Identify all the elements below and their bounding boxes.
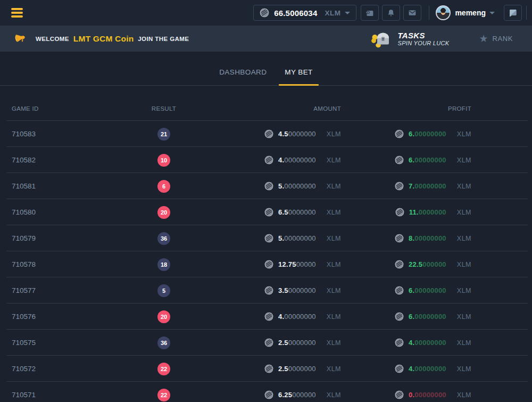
table-row: 710576 20 4.00000000 XLM 6.00000000 XLM [0, 303, 532, 330]
profit-strong: 6. [409, 286, 414, 294]
profit-value: 6.00000000 [409, 313, 446, 321]
profit-dim: 00000000 [414, 130, 446, 138]
welcome-message: WELCOME LMT GCM Coin JOIN THE GAME [36, 34, 189, 44]
amount-unit: XLM [327, 339, 341, 347]
coin-icon [264, 390, 273, 399]
messages-button[interactable] [403, 5, 421, 21]
profit-dim: 00000000 [414, 339, 446, 347]
my-bet-table: GAME ID RESULT AMOUNT PROFIT 710583 21 4… [0, 86, 532, 402]
amount-dim: 0000000 [288, 365, 316, 373]
profit-dim: 00000000 [414, 365, 446, 373]
topbar-separator [429, 6, 429, 20]
profit-unit: XLM [457, 130, 471, 138]
coin-icon [264, 312, 273, 321]
welcome-highlight: LMT GCM Coin [73, 34, 134, 44]
bet-table-body: 710583 21 4.50000000 XLM 6.00000000 XLM … [0, 121, 532, 402]
result-badge: 21 [157, 128, 170, 141]
amount-dim: 0000000 [288, 130, 316, 138]
coin-icon [264, 129, 273, 138]
amount-strong: 3.5 [278, 286, 288, 294]
avatar[interactable] [436, 5, 451, 20]
coin-icon [395, 260, 404, 269]
profit-value: 8.00000000 [409, 234, 446, 242]
table-row: 710580 20 6.50000000 XLM 11.0000000 XLM [0, 199, 532, 225]
amount-strong: 5. [278, 182, 284, 190]
rank-button[interactable]: ★ RANK [479, 34, 513, 44]
user-caret-down-icon[interactable] [489, 12, 495, 14]
amount-cell: 6.50000000 XLM [200, 208, 341, 217]
coin-icon [395, 234, 404, 243]
amount-dim: 00000000 [284, 313, 315, 321]
amount-strong: 6.5 [278, 208, 288, 216]
game-id: 710575 [0, 339, 128, 347]
amount-value: 4.00000000 [278, 156, 316, 164]
notifications-button[interactable] [382, 5, 400, 21]
amount-value: 6.25000000 [278, 391, 316, 399]
profit-value: 6.00000000 [409, 286, 446, 294]
profit-unit: XLM [457, 339, 471, 347]
coin-icon [395, 338, 404, 347]
game-id: 710576 [0, 313, 128, 321]
chat-button[interactable] [504, 5, 522, 21]
balance-selector[interactable]: 66.5006034 XLM [253, 5, 356, 21]
amount-unit: XLM [327, 313, 341, 321]
result-badge: 22 [157, 389, 170, 401]
amount-cell: 5.00000000 XLM [200, 234, 341, 243]
amount-value: 5.00000000 [278, 182, 316, 190]
topbar-edge-separator [526, 6, 527, 20]
profit-unit: XLM [457, 365, 471, 373]
rank-label: RANK [492, 35, 513, 43]
coin-icon [264, 234, 273, 243]
profit-dim: 00000000 [414, 391, 446, 399]
amount-dim: 00000000 [284, 156, 315, 164]
profit-dim: 00000000 [414, 156, 446, 164]
table-row: 710578 18 12.7500000 XLM 22.5000000 XLM [0, 251, 532, 277]
profit-cell: 6.00000000 XLM [341, 312, 471, 321]
profit-dim: 00000000 [414, 234, 446, 242]
table-row: 710572 22 2.50000000 XLM 4.00000000 XLM [0, 356, 532, 382]
game-id: 710581 [0, 182, 128, 190]
bell-icon [386, 8, 396, 18]
result-badge: 10 [157, 154, 170, 167]
amount-unit: XLM [327, 235, 341, 242]
amount-dim: 000000 [292, 391, 316, 399]
wallet-button[interactable] [361, 5, 379, 21]
amount-unit: XLM [327, 157, 341, 164]
column-header-amount: AMOUNT [200, 105, 341, 121]
profit-unit: XLM [457, 261, 471, 268]
profit-cell: 6.00000000 XLM [341, 155, 471, 165]
profit-cell: 6.00000000 XLM [341, 286, 471, 295]
amount-cell: 4.00000000 XLM [200, 155, 341, 165]
profit-cell: 22.5000000 XLM [341, 260, 471, 269]
profit-value: 6.00000000 [409, 130, 446, 138]
coin-icon [260, 8, 269, 18]
profit-cell: 4.00000000 XLM [341, 364, 471, 373]
coin-icon [395, 286, 404, 295]
profit-dim: 0000000 [419, 208, 446, 216]
profit-value: 6.00000000 [409, 156, 446, 164]
menu-icon[interactable] [11, 8, 23, 18]
profit-unit: XLM [457, 287, 471, 294]
username[interactable]: memeng [455, 9, 486, 17]
treasure-chest-icon [371, 29, 392, 48]
profit-strong: 6. [409, 130, 414, 138]
coin-icon [264, 286, 273, 295]
welcome-prefix: WELCOME [36, 36, 69, 42]
game-id: 710579 [0, 234, 128, 242]
table-row: 710581 6 5.00000000 XLM 7.00000000 XLM [0, 173, 532, 199]
profit-strong: 7. [409, 182, 414, 190]
profit-cell: 8.00000000 XLM [341, 234, 471, 243]
tab-dashboard[interactable]: DASHBOARD [213, 68, 272, 85]
amount-unit: XLM [327, 391, 341, 399]
profit-unit: XLM [457, 157, 471, 164]
coin-icon [395, 390, 404, 399]
profit-unit: XLM [457, 235, 471, 242]
profit-value: 22.5000000 [409, 260, 446, 268]
amount-strong: 4. [278, 156, 284, 164]
coin-icon [264, 364, 273, 373]
tab-my-bet[interactable]: MY BET [279, 68, 318, 85]
tasks-button[interactable]: TASKS SPIN YOUR LUCK [371, 29, 450, 48]
caret-down-icon [345, 12, 350, 14]
amount-strong: 2.5 [278, 365, 288, 373]
tabs-bar: DASHBOARD MY BET [0, 52, 532, 86]
